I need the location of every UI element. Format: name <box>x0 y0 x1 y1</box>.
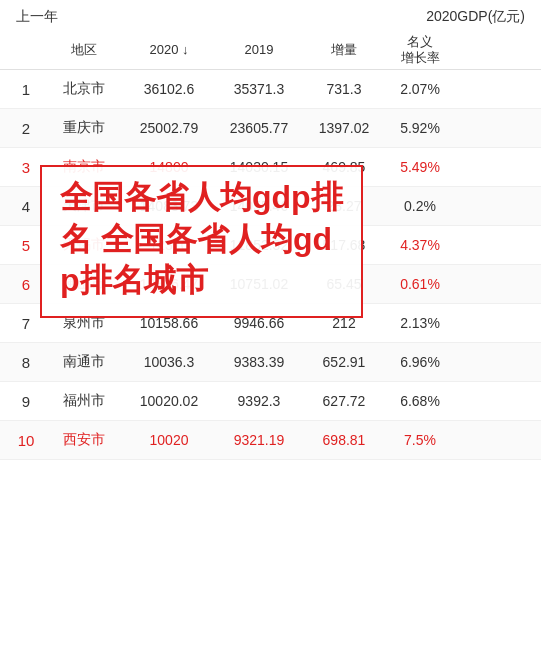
col-rank <box>8 34 44 65</box>
cell-region: 北京市 <box>44 80 124 98</box>
table-row: 10 西安市 10020 9321.19 698.81 7.5% <box>0 421 541 460</box>
cell-inc: 652.91 <box>304 354 384 370</box>
overlay-line1: 全国各省人均gdp排 <box>60 177 343 219</box>
cell-2020: 25002.79 <box>124 120 214 136</box>
cell-inc: 698.81 <box>304 432 384 448</box>
cell-rate: 5.92% <box>384 120 456 136</box>
cell-inc: 627.72 <box>304 393 384 409</box>
cell-rank: 1 <box>8 81 44 98</box>
cell-rank: 2 <box>8 120 44 137</box>
col-increase: 增量 <box>304 34 384 65</box>
cell-rate: 0.2% <box>384 198 456 214</box>
cell-region: 重庆市 <box>44 119 124 137</box>
table-row: 8 南通市 10036.3 9383.39 652.91 6.96% <box>0 343 541 382</box>
cell-2020: 10036.3 <box>124 354 214 370</box>
overlay-banner: 全国各省人均gdp排 名 全国各省人均gd p排名城市 <box>40 165 363 318</box>
col-region: 地区 <box>44 34 124 65</box>
cell-inc: 1397.02 <box>304 120 384 136</box>
top-bar: 上一年 2020GDP(亿元) <box>0 0 541 30</box>
cell-rate: 5.49% <box>384 159 456 175</box>
overlay-line3: p排名城市 <box>60 260 343 302</box>
cell-2019: 35371.3 <box>214 81 304 97</box>
overlay-line2: 名 全国各省人均gd <box>60 219 343 261</box>
cell-rank: 6 <box>8 276 44 293</box>
cell-rate: 6.96% <box>384 354 456 370</box>
cell-2020: 36102.6 <box>124 81 214 97</box>
cell-rate: 0.61% <box>384 276 456 292</box>
cell-rate: 2.13% <box>384 315 456 331</box>
cell-rank: 8 <box>8 354 44 371</box>
cell-rank: 3 <box>8 159 44 176</box>
cell-region: 福州市 <box>44 392 124 410</box>
cell-rank: 7 <box>8 315 44 332</box>
cell-2019: 9321.19 <box>214 432 304 448</box>
prev-year-label: 上一年 <box>16 8 58 26</box>
cell-2020: 10020.02 <box>124 393 214 409</box>
col-2019: 2019 <box>214 34 304 65</box>
col-growth-rate: 名义 增长率 <box>384 34 456 65</box>
table-header: 地区 2020 ↓ 2019 增量 名义 增长率 <box>0 30 541 70</box>
cell-rank: 10 <box>8 432 44 449</box>
page-title: 2020GDP(亿元) <box>426 8 525 26</box>
cell-region: 西安市 <box>44 431 124 449</box>
cell-rate: 4.37% <box>384 237 456 253</box>
cell-rank: 4 <box>8 198 44 215</box>
cell-2019: 9392.3 <box>214 393 304 409</box>
cell-rate: 6.68% <box>384 393 456 409</box>
cell-rank: 5 <box>8 237 44 254</box>
table-row: 2 重庆市 25002.79 23605.77 1397.02 5.92% <box>0 109 541 148</box>
cell-inc: 731.3 <box>304 81 384 97</box>
cell-rate: 7.5% <box>384 432 456 448</box>
cell-rank: 9 <box>8 393 44 410</box>
cell-2019: 23605.77 <box>214 120 304 136</box>
cell-2019: 9383.39 <box>214 354 304 370</box>
col-2020: 2020 ↓ <box>124 34 214 65</box>
table-row: 1 北京市 36102.6 35371.3 731.3 2.07% <box>0 70 541 109</box>
table-row: 9 福州市 10020.02 9392.3 627.72 6.68% <box>0 382 541 421</box>
cell-2020: 10020 <box>124 432 214 448</box>
cell-rate: 2.07% <box>384 81 456 97</box>
cell-region: 南通市 <box>44 353 124 371</box>
